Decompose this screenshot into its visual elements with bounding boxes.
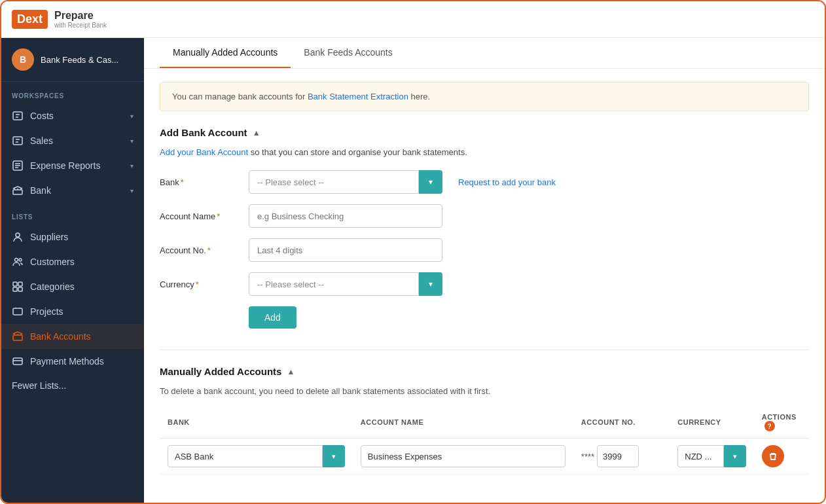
svg-rect-1	[13, 137, 22, 145]
bank-field-row: Bank* -- Please select -- ▾ Request to a…	[160, 170, 809, 194]
table-row: ASB Bank ▾ ***	[160, 439, 809, 475]
row-bank-select[interactable]: ASB Bank	[168, 445, 323, 467]
svg-rect-7	[13, 282, 17, 286]
row-account-name-input[interactable]	[361, 445, 566, 467]
manually-added-section-title: Manually Added Accounts	[160, 366, 281, 377]
svg-point-6	[19, 259, 22, 261]
col-header-account-name: ACCOUNT NAME	[353, 406, 573, 439]
currency-label: Currency*	[160, 279, 238, 289]
tab-manually-added[interactable]: Manually Added Accounts	[160, 38, 291, 68]
workspaces-label: WORKSPACES	[1, 82, 144, 103]
col-header-bank: BANK	[160, 406, 353, 439]
bank-required: *	[181, 177, 184, 187]
add-bank-section-header: Add Bank Account ▲	[160, 127, 809, 138]
account-no-control	[249, 238, 442, 262]
tab-bank-feeds[interactable]: Bank Feeds Accounts	[291, 38, 405, 68]
svg-rect-0	[13, 112, 22, 120]
avatar: B	[12, 48, 34, 71]
actions-help-icon[interactable]: ?	[764, 421, 775, 431]
col-header-actions: ACTIONS ?	[754, 406, 809, 439]
prepare-label: Prepare	[54, 10, 107, 22]
info-text-before: You can manage bank accounts for	[172, 92, 308, 101]
table-body: ASB Bank ▾ ***	[160, 439, 809, 475]
currency-dropdown-btn[interactable]: ▾	[419, 272, 442, 296]
svg-rect-11	[13, 308, 22, 315]
info-text-after: here.	[408, 92, 430, 101]
expense-reports-icon	[12, 160, 24, 171]
app-header: Dext Prepare with Receipt Bank	[1, 1, 825, 38]
payment-methods-icon	[12, 355, 24, 367]
account-no-input[interactable]	[249, 238, 442, 262]
sidebar-item-bank-accounts[interactable]: Bank Accounts	[1, 324, 144, 349]
row-currency-select[interactable]: NZD ...	[677, 445, 723, 467]
bank-statement-link[interactable]: Bank Statement Extraction	[308, 92, 408, 101]
account-no-label: Account No.*	[160, 245, 238, 255]
sidebar-user: B Bank Feeds & Cas...	[1, 38, 144, 82]
delete-note: To delete a bank account, you need to de…	[160, 386, 809, 396]
delete-row-button[interactable]	[762, 445, 784, 467]
categories-label: Categories	[30, 281, 75, 292]
manually-added-section: Manually Added Accounts ▲ To delete a ba…	[160, 350, 809, 475]
bank-label: Bank	[30, 185, 51, 196]
sidebar-item-suppliers[interactable]: Suppliers	[1, 225, 144, 249]
svg-rect-9	[13, 287, 17, 291]
form-description: Add your Bank Account so that you can st…	[160, 147, 809, 157]
bank-accounts-label: Bank Accounts	[30, 331, 91, 342]
svg-point-4	[16, 233, 20, 237]
sidebar-fewer-lists[interactable]: Fewer Lists...	[1, 374, 144, 397]
currency-cell: NZD ... ▾	[670, 439, 753, 475]
manually-added-section-header: Manually Added Accounts ▲	[160, 366, 809, 377]
sales-icon	[12, 135, 24, 147]
receipt-bank-label: with Receipt Bank	[54, 22, 107, 29]
sidebar-item-bank[interactable]: Bank ▾	[1, 178, 144, 203]
sidebar-item-projects[interactable]: Projects	[1, 299, 144, 324]
sidebar-item-categories[interactable]: Categories	[1, 274, 144, 299]
sidebar: B Bank Feeds & Cas... WORKSPACES Costs ▾	[1, 38, 144, 503]
sidebar-item-costs[interactable]: Costs ▾	[1, 103, 144, 128]
row-bank-dropdown-btn[interactable]: ▾	[323, 445, 345, 467]
svg-rect-3	[13, 190, 22, 194]
row-account-no-input[interactable]	[597, 445, 639, 467]
add-bank-section: Add Bank Account ▲ Add your Bank Account…	[160, 127, 809, 329]
account-no-field-row: Account No.*	[160, 238, 809, 262]
main-content: Manually Added Accounts Bank Feeds Accou…	[144, 38, 825, 503]
account-name-field-row: Account Name*	[160, 204, 809, 228]
row-currency-dropdown-btn[interactable]: ▾	[724, 445, 746, 467]
sidebar-item-customers[interactable]: Customers	[1, 249, 144, 274]
customers-label: Customers	[30, 257, 75, 267]
svg-rect-12	[13, 335, 22, 340]
account-name-control	[249, 204, 442, 228]
actions-cell	[754, 439, 809, 475]
info-banner: You can manage bank accounts for Bank St…	[160, 82, 809, 111]
costs-label: Costs	[30, 111, 54, 121]
svg-rect-13	[13, 358, 22, 365]
projects-icon	[12, 306, 24, 317]
expense-reports-label: Expense Reports	[30, 160, 100, 171]
customers-icon	[12, 256, 24, 268]
add-button[interactable]: Add	[249, 306, 296, 329]
col-header-currency: CURRENCY	[670, 406, 753, 439]
sidebar-item-sales[interactable]: Sales ▾	[1, 128, 144, 153]
bank-select[interactable]: -- Please select --	[249, 170, 419, 194]
account-name-input[interactable]	[249, 204, 442, 228]
add-bank-toggle[interactable]: ▲	[253, 128, 260, 137]
account-no-required: *	[207, 245, 211, 255]
manually-added-toggle[interactable]: ▲	[287, 367, 295, 376]
sales-chevron: ▾	[130, 137, 134, 145]
costs-icon	[12, 110, 24, 122]
bank-dropdown-btn[interactable]: ▾	[419, 170, 442, 194]
sidebar-item-expense-reports[interactable]: Expense Reports ▾	[1, 153, 144, 178]
bank-label: Bank*	[160, 177, 238, 187]
form-description-after: so that you can store and organise your …	[248, 147, 467, 157]
sidebar-item-payment-methods[interactable]: Payment Methods	[1, 349, 144, 374]
costs-chevron: ▾	[130, 113, 134, 120]
account-no-masked: ****	[581, 452, 594, 461]
add-bank-account-link[interactable]: Add your Bank Account	[160, 147, 248, 157]
logo: Dext Prepare with Receipt Bank	[12, 10, 107, 29]
accounts-table: BANK ACCOUNT NAME ACCOUNT NO. CURRENCY A…	[160, 406, 809, 475]
account-name-required: *	[217, 211, 220, 221]
currency-select-wrapper: -- Please select -- ▾	[249, 272, 442, 296]
currency-select[interactable]: -- Please select --	[249, 272, 419, 296]
dext-logo: Dext	[12, 10, 48, 29]
request-bank-link[interactable]: Request to add your bank	[458, 177, 556, 187]
